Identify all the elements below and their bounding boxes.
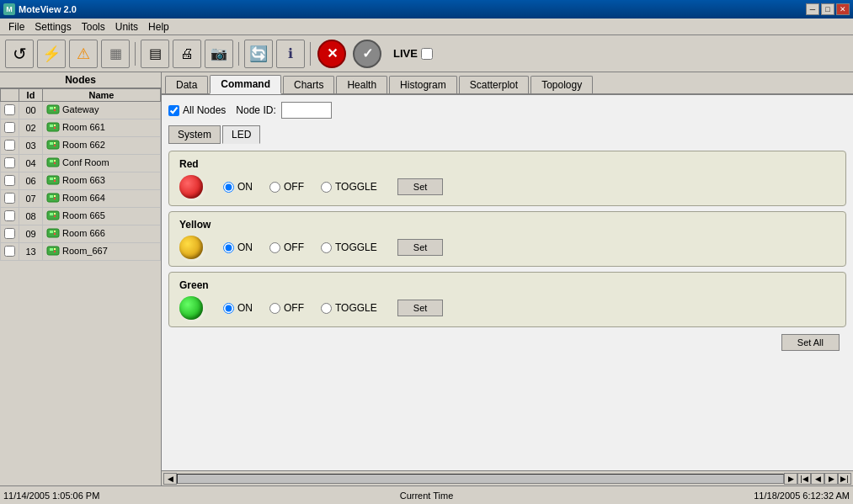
- row-checkbox[interactable]: [4, 157, 15, 168]
- led-yellow-circle: [179, 236, 203, 259]
- set-all-button[interactable]: Set All: [781, 334, 840, 351]
- bottom-scrollbar[interactable]: ◀ ▶ |◀ ◀ ▶ ▶|: [162, 470, 853, 485]
- node-icon: [46, 226, 60, 240]
- row-checkbox[interactable]: [4, 175, 15, 186]
- row-checkbox-cell[interactable]: [1, 208, 19, 225]
- stop-icon: ✕: [317, 39, 347, 69]
- led-yellow-on[interactable]: ON: [223, 241, 253, 253]
- row-checkbox-cell[interactable]: [1, 155, 19, 172]
- tab-health[interactable]: Health: [336, 76, 387, 93]
- col-name: Name: [43, 89, 161, 102]
- scroll-right-button[interactable]: ▶: [784, 473, 797, 485]
- table-icon: ▤: [149, 45, 162, 61]
- tab-scatterplot[interactable]: Scatterplot: [459, 76, 529, 93]
- table-row[interactable]: 03 Room 662: [1, 137, 161, 155]
- table-row[interactable]: 00 Gateway: [1, 102, 161, 119]
- svg-rect-23: [54, 180, 56, 182]
- refresh-button[interactable]: ↺: [5, 40, 34, 68]
- table-row[interactable]: 02 Room 661: [1, 119, 161, 137]
- svg-rect-13: [50, 142, 53, 145]
- info-button[interactable]: ℹ: [276, 40, 305, 68]
- led-yellow-toggle[interactable]: TOGGLE: [321, 241, 377, 253]
- row-checkbox[interactable]: [4, 193, 15, 204]
- table-row[interactable]: 04 Conf Room: [1, 155, 161, 172]
- led-red-on[interactable]: ON: [223, 181, 253, 193]
- led-red-off[interactable]: OFF: [269, 181, 304, 193]
- scroll-track[interactable]: [177, 474, 784, 484]
- sub-tab-system[interactable]: System: [168, 125, 221, 144]
- row-checkbox-cell[interactable]: [1, 243, 19, 261]
- led-green-toggle[interactable]: TOGGLE: [321, 302, 377, 314]
- close-button[interactable]: ✕: [836, 3, 850, 15]
- menu-settings[interactable]: Settings: [29, 20, 76, 34]
- row-checkbox[interactable]: [4, 246, 15, 257]
- print-button[interactable]: 🖨: [173, 40, 201, 68]
- content-area: All Nodes Node ID: System LED Red: [162, 95, 853, 470]
- row-checkbox[interactable]: [4, 122, 15, 133]
- row-checkbox-cell[interactable]: [1, 102, 19, 119]
- scroll-end-button[interactable]: ▶|: [838, 473, 851, 485]
- row-checkbox[interactable]: [4, 228, 15, 239]
- table-row[interactable]: 07 Room 664: [1, 190, 161, 208]
- scroll-start-button[interactable]: |◀: [797, 473, 811, 485]
- led-green-off[interactable]: OFF: [269, 302, 304, 314]
- minimize-button[interactable]: ─: [806, 3, 819, 15]
- menu-help[interactable]: Help: [143, 20, 174, 34]
- sub-tabs-bar: System LED: [168, 125, 846, 144]
- led-green-set-button[interactable]: Set: [397, 300, 444, 316]
- led-red-toggle[interactable]: TOGGLE: [321, 181, 377, 193]
- row-name: Room_667: [43, 243, 161, 261]
- node-icon: [46, 173, 60, 187]
- grid-icon: ▦: [109, 45, 122, 61]
- row-checkbox-cell[interactable]: [1, 119, 19, 137]
- led-green-circle: [179, 296, 203, 320]
- row-checkbox-cell[interactable]: [1, 225, 19, 243]
- row-checkbox-cell[interactable]: [1, 137, 19, 155]
- table-row[interactable]: 13 Room_667: [1, 243, 161, 261]
- row-checkbox-cell[interactable]: [1, 190, 19, 208]
- led-green-on[interactable]: ON: [223, 302, 253, 314]
- alert-button[interactable]: ⚠: [69, 40, 98, 68]
- all-nodes-checkbox[interactable]: [168, 105, 179, 116]
- svg-rect-25: [50, 195, 53, 198]
- row-checkbox[interactable]: [4, 104, 15, 115]
- led-yellow-set-button[interactable]: Set: [397, 239, 444, 256]
- grid-button[interactable]: ▦: [101, 40, 130, 68]
- live-checkbox[interactable]: [421, 48, 433, 60]
- row-checkbox[interactable]: [4, 140, 15, 151]
- check-icon: ✓: [352, 39, 382, 69]
- menu-units[interactable]: Units: [110, 20, 143, 34]
- cycle-button[interactable]: 🔄: [244, 40, 273, 68]
- row-checkbox-cell[interactable]: [1, 172, 19, 190]
- led-red-set-button[interactable]: Set: [397, 178, 444, 195]
- scroll-next-button[interactable]: ▶: [824, 473, 838, 485]
- tab-command[interactable]: Command: [210, 75, 281, 94]
- camera-button[interactable]: 📷: [205, 40, 233, 68]
- title-bar: M MoteView 2.0 ─ □ ✕: [0, 0, 853, 19]
- lightning-button[interactable]: ⚡: [37, 40, 66, 68]
- row-checkbox[interactable]: [4, 210, 15, 221]
- sub-tab-led[interactable]: LED: [222, 125, 260, 144]
- check-button[interactable]: ✓: [351, 38, 383, 70]
- svg-rect-19: [54, 162, 56, 164]
- table-button[interactable]: ▤: [141, 40, 169, 68]
- tab-histogram[interactable]: Histogram: [389, 76, 457, 93]
- led-green-title: Green: [179, 279, 835, 291]
- node-id-input[interactable]: [281, 102, 332, 119]
- tab-charts[interactable]: Charts: [283, 76, 334, 93]
- scroll-left-button[interactable]: ◀: [163, 473, 177, 485]
- node-id-area: Node ID:: [236, 102, 331, 119]
- tab-data[interactable]: Data: [165, 76, 208, 93]
- row-name: Room 666: [43, 225, 161, 243]
- stop-button[interactable]: ✕: [316, 38, 348, 70]
- menu-tools[interactable]: Tools: [77, 20, 110, 34]
- scroll-prev-button[interactable]: ◀: [811, 473, 824, 485]
- table-row[interactable]: 09 Room 666: [1, 225, 161, 243]
- table-row[interactable]: 06 Room 663: [1, 172, 161, 190]
- status-bar: 11/14/2005 1:05:06 PM Current Time 11/18…: [0, 485, 853, 504]
- tab-topology[interactable]: Topology: [530, 76, 593, 93]
- maximize-button[interactable]: □: [821, 3, 834, 15]
- led-yellow-off[interactable]: OFF: [269, 241, 304, 253]
- table-row[interactable]: 08 Room 665: [1, 208, 161, 225]
- menu-file[interactable]: File: [3, 20, 29, 34]
